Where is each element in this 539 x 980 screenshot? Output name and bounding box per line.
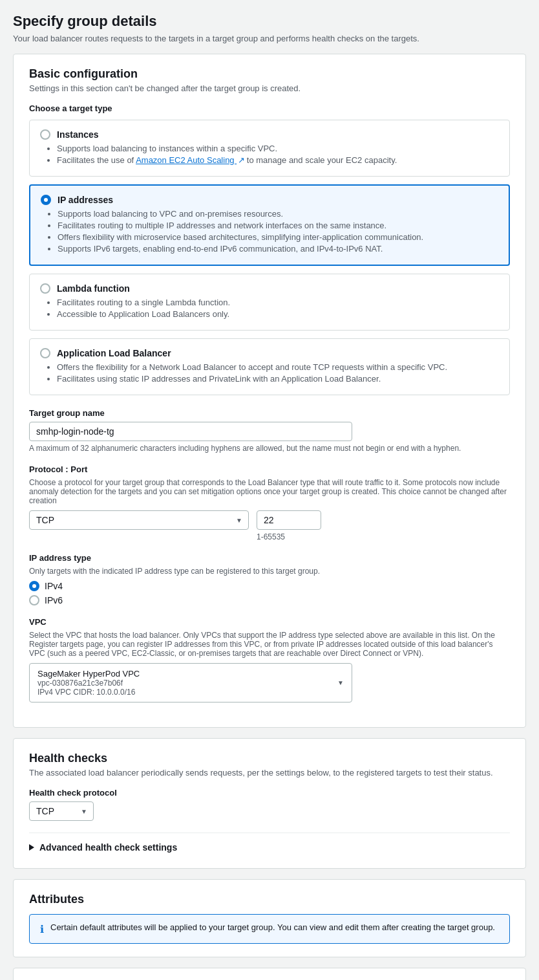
health-checks-desc: The associated load balancer periodicall… [29,768,510,778]
target-option-lambda[interactable]: Lambda function Facilitates routing to a… [29,274,510,331]
vpc-id: vpc-030876a21c3e7b06f [37,679,140,688]
basic-config-desc: Settings in this section can't be change… [29,83,510,93]
radio-ipv6[interactable] [29,595,39,605]
health-checks-section: Health checks The associated load balanc… [13,738,526,869]
ipv6-label: IPv6 [45,595,63,605]
lambda-bullets: Facilitates routing to a single Lambda f… [57,298,499,319]
radio-ip-addresses[interactable] [41,195,51,205]
instances-bullet-1: Supports load balancing to instances wit… [57,144,499,153]
advanced-health-check-toggle[interactable]: Advanced health check settings [29,833,510,855]
external-link-icon: ↗ [238,155,244,162]
vpc-name: SageMaker HyperPod VPC [37,669,140,679]
vpc-cidr: IPv4 VPC CIDR: 10.0.0.0/16 [37,688,140,697]
health-check-protocol-label: Health check protocol [29,788,510,798]
health-check-protocol-select[interactable]: TCP HTTP HTTPS [29,801,94,821]
basic-config-section: Basic configuration Settings in this sec… [13,54,526,728]
protocol-port-label: Protocol : Port [29,464,510,474]
ip-address-type-label: IP address type [29,553,510,563]
radio-instances[interactable] [40,129,50,140]
advanced-toggle-label: Advanced health check settings [39,842,177,853]
target-option-alb[interactable]: Application Load Balancer Offers the fle… [29,338,510,395]
lambda-label: Lambda function [57,283,130,294]
ip-bullet-4: Supports IPv6 targets, enabling end-to-e… [58,244,498,254]
lambda-bullet-2: Accessible to Application Load Balancers… [57,309,499,319]
alb-bullet-2: Facilitates using static IP addresses an… [57,374,499,384]
page-subtitle: Your load balancer routes requests to th… [13,34,526,43]
radio-ipv4[interactable] [29,581,39,591]
attributes-info-text: Certain default attributes will be appli… [50,922,495,932]
alb-bullet-1: Offers the flexibility for a Network Loa… [57,362,499,372]
ipv6-option[interactable]: IPv6 [29,595,510,605]
vpc-group: VPC Select the VPC that hosts the load b… [29,617,510,702]
ip-type-radio-group: IPv4 IPv6 [29,581,510,605]
alb-bullets: Offers the flexibility for a Network Loa… [57,362,499,384]
page-title: Specify group details [13,13,526,30]
vpc-desc: Select the VPC that hosts the load balan… [29,631,510,658]
info-icon: ℹ [40,923,44,935]
ip-address-type-desc: Only targets with the indicated IP addre… [29,567,510,576]
ipv4-label: IPv4 [45,581,63,591]
port-input-group: 1-65535 [257,510,321,541]
ipv4-option[interactable]: IPv4 [29,581,510,591]
vpc-info: SageMaker HyperPod VPC vpc-030876a21c3e7… [37,669,140,697]
advanced-toggle-arrow [29,844,34,851]
choose-target-type-label: Choose a target type [29,103,510,113]
vpc-select-arrow: ▼ [337,679,344,686]
instances-bullet-2: Facilitates the use of Amazon EC2 Auto S… [57,155,499,165]
lambda-bullet-1: Facilitates routing to a single Lambda f… [57,298,499,307]
health-check-protocol-group: Health check protocol TCP HTTP HTTPS ▼ [29,788,510,821]
attributes-title: Attributes [29,893,510,906]
protocol-port-desc: Choose a protocol for your target group … [29,478,510,505]
protocol-select-wrapper: TCP UDP TCP_UDP TLS ▼ [29,510,249,530]
target-group-name-input[interactable] [29,422,352,441]
ec2-autoscaling-link[interactable]: Amazon EC2 Auto Scaling ↗ [136,155,244,165]
target-option-ip-addresses[interactable]: IP addresses Supports load balancing to … [29,184,510,266]
radio-alb[interactable] [40,348,50,358]
attributes-section: Attributes ℹ Certain default attributes … [13,879,526,957]
target-group-name-hint: A maximum of 32 alphanumeric characters … [29,444,510,453]
ip-bullet-2: Facilitates routing to multiple IP addre… [58,221,498,230]
instances-bullets: Supports load balancing to instances wit… [57,144,499,165]
protocol-port-group: Protocol : Port Choose a protocol for yo… [29,464,510,541]
basic-config-title: Basic configuration [29,67,510,81]
health-checks-title: Health checks [29,752,510,765]
vpc-label: VPC [29,617,510,627]
ip-address-type-group: IP address type Only targets with the in… [29,553,510,605]
instances-label: Instances [57,129,99,140]
ip-addresses-bullets: Supports load balancing to VPC and on-pr… [58,209,498,254]
ip-addresses-label: IP addresses [58,195,113,205]
port-hint: 1-65535 [257,532,321,541]
alb-label: Application Load Balancer [57,348,171,358]
target-group-name-group: Target group name A maximum of 32 alphan… [29,408,510,453]
vpc-select[interactable]: SageMaker HyperPod VPC vpc-030876a21c3e7… [29,663,352,702]
port-input[interactable] [257,510,321,530]
tags-section: Tags - optional Consider adding tags to … [13,968,526,980]
ip-bullet-1: Supports load balancing to VPC and on-pr… [58,209,498,219]
target-group-name-label: Target group name [29,408,510,418]
radio-lambda[interactable] [40,283,50,294]
attributes-info-banner: ℹ Certain default attributes will be app… [29,914,510,944]
health-check-protocol-wrapper: TCP HTTP HTTPS ▼ [29,801,94,821]
target-option-instances[interactable]: Instances Supports load balancing to ins… [29,120,510,177]
protocol-select[interactable]: TCP UDP TCP_UDP TLS [29,510,249,530]
ip-bullet-3: Offers flexibility with microservice bas… [58,232,498,242]
